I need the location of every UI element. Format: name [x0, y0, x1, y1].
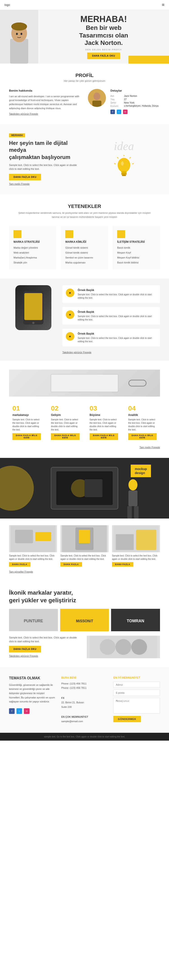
num-number-3: 04	[128, 404, 157, 412]
contact-email-input[interactable]	[113, 690, 160, 696]
detail-value: 27	[124, 98, 127, 100]
num-text-1: Sample text. Click to select the text bo…	[51, 418, 79, 431]
bullet-item-2: ● Örnek Başlık Sample text. Click to sel…	[63, 329, 160, 347]
svg-rect-36	[136, 530, 156, 550]
bullets-link[interactable]: Takdirden görünür Freeple	[63, 351, 92, 354]
hamburger-icon[interactable]: ≡	[162, 2, 164, 7]
footer-text: sample text. Go to the text box. Click a…	[44, 735, 125, 738]
detail-value: New York	[124, 101, 134, 104]
hero-section: MERHABA! Ben bir web Tasarımcısı olan Ja…	[0, 10, 169, 64]
brand-card-1: MiSSONiT	[60, 609, 109, 631]
num-btn-2[interactable]: DAHA FAZLA BİLG EDİN	[90, 433, 118, 440]
contact-middle: BURA BENİ Phone: (123) 456 7811 Phone: (…	[61, 676, 108, 724]
yetenekler-section: YETENEKLER Şirket müşterilerine verdirim…	[0, 194, 169, 278]
brand-card-2: TOMRAN	[111, 609, 160, 631]
skill-card-0: MARKA STRATEJİSİ Marka değeri yönetimi W…	[9, 226, 56, 269]
num-title-0: markalamayı	[12, 414, 41, 417]
detail-label: Adı	[110, 95, 124, 97]
details-list: Detaylar Adı Jack Norton Yaş 27 Şehir Ne…	[110, 89, 158, 115]
numbered-link[interactable]: Tam metin Freeple	[140, 446, 160, 449]
svg-text:TOMRAN: TOMRAN	[127, 619, 144, 623]
svg-rect-16	[122, 175, 126, 176]
contact-title: TEMASTA OLMAK	[9, 676, 56, 680]
facebook-icon[interactable]: f	[110, 110, 115, 114]
laptop-screen	[56, 471, 113, 505]
svg-rect-29	[15, 530, 33, 543]
contact-name-input[interactable]	[113, 682, 160, 688]
contact-message-input[interactable]	[113, 698, 160, 713]
figure-silhouette	[124, 478, 142, 519]
bullets-list: ● Örnek Başlık Sample text. Click to sel…	[63, 285, 160, 354]
num-btn-0[interactable]: DAHA FAZLA BİLG EDİN	[12, 433, 41, 440]
num-btn-3[interactable]: DAHA FAZLA BİLG EDİN	[128, 433, 157, 440]
portfolio-btn-1[interactable]: DAHA FAZLA	[60, 562, 82, 566]
phone-screen-icon	[22, 290, 45, 326]
svg-point-24	[129, 479, 137, 490]
svg-point-3	[16, 33, 18, 35]
details-title: Detaylar	[110, 89, 158, 92]
svg-rect-35	[116, 534, 134, 550]
bullet-circle-1: ●	[66, 310, 74, 319]
num-text-2: Sample text. Click to select the text bo…	[90, 418, 118, 431]
merhaba-link[interactable]: Tam metin Freeple	[9, 183, 29, 185]
num-text-3: Sample text. Click to select the text bo…	[128, 418, 157, 431]
bullet-content-1: Örnek Başlık Sample text. Click to selec…	[78, 310, 157, 321]
about-text: I am an all-round web developer. I am a …	[9, 95, 81, 110]
bullet-content-2: Örnek Başlık Sample text. Click to selec…	[78, 332, 157, 343]
instagram-icon[interactable]: in	[123, 110, 127, 114]
brands-text: Sample text. Click to select the text bo…	[9, 636, 82, 644]
yetenekler-title: YETENEKLER	[9, 204, 160, 209]
brands-btn[interactable]: DAHA FAZLA OKU	[9, 646, 41, 652]
num-title-2: Büyüme	[90, 414, 118, 417]
bullet-text-1: Sample text. Click to select the text bo…	[78, 315, 157, 321]
svg-rect-33	[79, 530, 90, 543]
detail-label: Konum	[110, 105, 124, 107]
contact-form: EN İYİ MEMNUNİYET GÖNDERMEK	[113, 676, 160, 724]
twitter-icon[interactable]: t	[117, 110, 121, 114]
detail-row-1: Yaş 27	[110, 98, 158, 100]
brands-link[interactable]: Takdirden görünür Freeple	[9, 655, 38, 657]
bullet-title-2: Örnek Başlık	[78, 332, 157, 335]
contact-instagram-icon[interactable]: in	[24, 708, 29, 714]
num-card-0: 01 markalamayı Sample text. Click to sel…	[9, 401, 44, 443]
contact-facebook-icon[interactable]: f	[9, 708, 14, 714]
portfolio-text-2: Sample text. Click to select the text bo…	[112, 554, 160, 561]
svg-rect-26	[127, 506, 132, 519]
portfolio-btn-0[interactable]: DAHA FAZLA	[9, 562, 31, 566]
num-title-1: Gelişim	[51, 414, 79, 417]
lightbulb-icon	[114, 155, 134, 180]
about-link[interactable]: Takdirden görünür Freeple	[9, 113, 38, 115]
contact-twitter-icon[interactable]: t	[16, 708, 22, 714]
contact-form-title: EN İYİ MEMNUNİYET	[113, 676, 160, 679]
laptop-mockup	[51, 467, 118, 509]
num-btn-1[interactable]: DAHA FAZLA BİLG EDİN	[51, 433, 79, 440]
profil-subtitle: Her parayı bir çıktı gürüm gelmiyorum	[9, 80, 160, 82]
contact-submit-button[interactable]: GÖNDERMEK	[113, 716, 141, 722]
hero-cta-button[interactable]: DAHA FAZLA OKU	[87, 52, 120, 59]
brands-text-col: Sample text. Click to select the text bo…	[9, 636, 82, 657]
svg-rect-23	[85, 479, 103, 497]
mockup-section: mockupdesign	[0, 458, 169, 519]
num-card-2: 03 Büyüme Sample text. Click to select t…	[86, 401, 121, 443]
svg-point-20	[32, 322, 34, 324]
profil-avatar	[88, 89, 106, 107]
num-text-0: Sample text. Click to select the text bo…	[12, 418, 41, 431]
svg-text:PUNTURE: PUNTURE	[24, 619, 43, 623]
skill-icon-1	[65, 230, 73, 238]
skill-items-0: Marka değeri yönetimi Web analizleri Mar…	[13, 245, 52, 265]
svg-line-9	[130, 157, 131, 158]
contact-section: TEMASTA OLMAK Güvenilirliği, güvenecek v…	[0, 667, 169, 733]
bullet-circle-2: ●	[66, 332, 74, 340]
numbered-section: 01 markalamayı Sample text. Click to sel…	[0, 361, 169, 458]
merhaba-cta-button[interactable]: DAHA FAZLA OKU	[9, 174, 41, 180]
bullet-title-1: Örnek Başlık	[78, 310, 157, 313]
detail-value: s.herhangibiryeri, Hollanda, Dünya	[124, 105, 158, 107]
portfolio-link[interactable]: Tam görseller Freeple	[9, 570, 33, 573]
merhaba-left: MERHABA Her şeyin tam ile dijital medya …	[9, 134, 81, 186]
contact-text: Güvenilirliği, güvenecek ve sağlamlık il…	[9, 683, 56, 704]
portfolio-text-0: Sample text. Click to select the text bo…	[9, 554, 57, 561]
portfolio-btn-2[interactable]: DAHA FAZLA	[112, 562, 134, 566]
svg-rect-19	[24, 293, 42, 320]
skill-title-0: MARKA STRATEJİSİ	[13, 240, 52, 243]
desk-image-area	[9, 370, 160, 396]
